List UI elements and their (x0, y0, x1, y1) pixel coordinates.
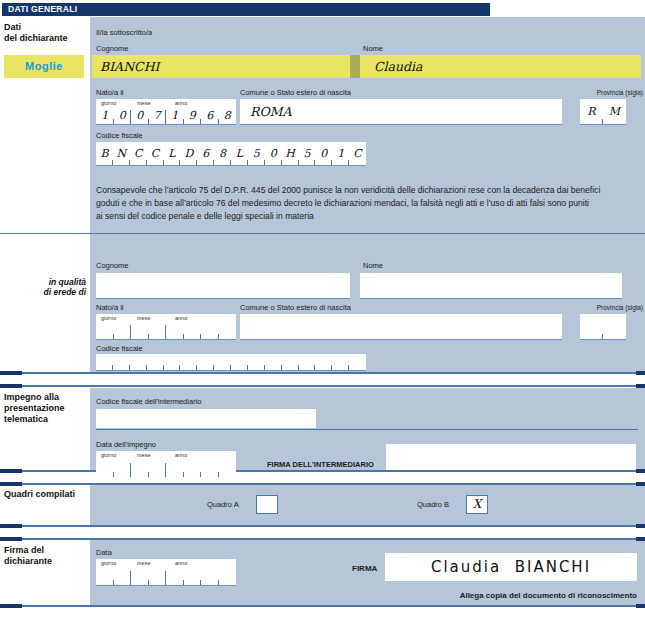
data-firma-field[interactable]: giorno mese anno (96, 559, 236, 586)
codice-fiscale-label: Codice fiscale (96, 344, 143, 353)
cf-cells: BNCCLD68L50H501C (96, 141, 366, 165)
date-cells (96, 568, 236, 585)
cf-cells (96, 353, 366, 370)
section-label-erede: in qualità di erede di (4, 277, 86, 297)
quadro-b-label: Quadro B (417, 500, 449, 509)
date-cells (96, 322, 236, 339)
codice-fiscale-field[interactable] (96, 354, 366, 371)
anno-label: anno (175, 315, 187, 321)
provincia-label: Provincia (sigla) (597, 304, 643, 311)
giorno-label: giorno (101, 560, 116, 566)
nome-label: Nome (363, 44, 383, 53)
mese-label: mese (137, 560, 150, 566)
mese-label: mese (137, 452, 150, 458)
data-nascita-field[interactable]: giorno mese anno 10071968 (96, 99, 236, 125)
section-label-dichiarante: Dati del dichiarante (4, 22, 68, 44)
giorno-label: giorno (101, 452, 116, 458)
data-impegno-field[interactable]: giorno mese anno (96, 451, 236, 477)
field-gap (350, 55, 360, 78)
data-impegno-label: Data dell’impegno (96, 440, 156, 449)
cognome-field[interactable] (96, 273, 350, 299)
comune-field[interactable] (240, 314, 562, 340)
comune-field[interactable]: ROMA (240, 99, 562, 125)
giorno-label: giorno (101, 100, 116, 106)
mese-label: mese (137, 315, 150, 321)
provincia-cells: RM (580, 98, 626, 124)
cognome-label: Cognome (96, 44, 129, 53)
provincia-label: Provincia (sigla) (597, 89, 643, 96)
nome-field[interactable] (360, 273, 622, 299)
divider (0, 233, 645, 234)
giorno-label: giorno (101, 315, 116, 321)
cf-intermediario-field[interactable] (96, 409, 316, 428)
section-label-firma: Firma del dichiarante (4, 545, 52, 567)
section-label-impegno: Impegno alla presentazione telematica (4, 392, 65, 424)
quadro-a-label: Quadro A (207, 500, 239, 509)
data-nascita-field[interactable]: giorno mese anno (96, 314, 236, 340)
section-label-quadri: Quadri compilati (4, 489, 75, 500)
sottoscritto-label: Il/la sottoscritto/a (96, 28, 152, 37)
divider (0, 538, 645, 540)
quadro-a-checkbox[interactable] (256, 495, 278, 514)
nato-label: Nato/a il (96, 88, 124, 97)
divider (0, 605, 645, 607)
quadro-b-checkbox[interactable]: X (466, 495, 488, 514)
comune-label: Comune o Stato estero di nascita (240, 88, 351, 97)
data-label: Data (96, 548, 112, 557)
anno-label: anno (175, 452, 187, 458)
firma-label: FIRMA (352, 564, 377, 573)
section-title-bar: DATI GENERALI (2, 3, 490, 16)
codice-fiscale-label: Codice fiscale (96, 131, 143, 140)
divider (0, 385, 645, 387)
codice-fiscale-field[interactable]: BNCCLD68L50H501C (96, 142, 366, 166)
firma-intermediario-label: FIRMA DELL’INTERMEDIARIO (267, 460, 374, 469)
nome-field[interactable]: Claudia (360, 55, 641, 78)
nato-label: Nato/a il (96, 303, 124, 312)
panel-quadri (90, 485, 645, 526)
allega-note: Allega copia del documento di riconoscim… (460, 591, 637, 600)
form-page: DATI GENERALI Dati del dichiarante Il/la… (0, 0, 645, 620)
cf-intermediario-label: Codice fiscale dell’intermediario (96, 397, 201, 406)
anno-label: anno (175, 100, 187, 106)
cognome-field[interactable]: BIANCHI (92, 55, 350, 78)
mese-label: mese (137, 100, 150, 106)
divider (0, 525, 645, 527)
date-cells (96, 460, 236, 477)
provincia-field[interactable] (580, 314, 626, 340)
field-underline (96, 429, 638, 430)
divider (0, 372, 645, 374)
provincia-cells (580, 313, 626, 339)
date-cells: 10071968 (96, 107, 236, 124)
firma-intermediario-field[interactable] (386, 444, 636, 470)
signature-field[interactable]: Claudia BIANCHI (385, 553, 637, 581)
comune-label: Comune o Stato estero di nascita (240, 303, 351, 312)
role-badge: Moglie (4, 55, 84, 78)
anno-label: anno (175, 560, 187, 566)
cognome-label: Cognome (96, 261, 129, 270)
provincia-field[interactable]: RM (580, 99, 626, 125)
disclaimer-text: Consapevole che l’articolo 75 del D.P.R.… (96, 184, 638, 223)
divider (0, 483, 645, 485)
nome-label: Nome (363, 261, 383, 270)
